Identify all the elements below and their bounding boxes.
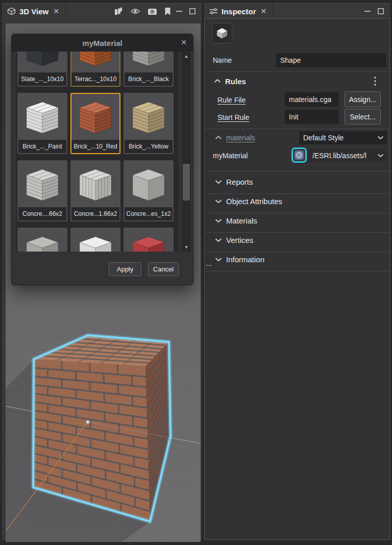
shape-cube-icon <box>215 27 229 40</box>
dialog-close-icon[interactable]: ✕ <box>181 38 187 46</box>
camera-icon[interactable] <box>148 8 157 15</box>
chevron-down-icon <box>215 257 222 262</box>
tab-3d-view-close-icon[interactable]: ✕ <box>52 7 60 15</box>
swatch-cube <box>18 161 66 209</box>
swatch-cube <box>71 94 119 142</box>
chevron-up-icon[interactable] <box>215 135 222 140</box>
tab-inspector[interactable]: Inspector ✕ <box>204 4 273 19</box>
swatch-slate-10x10[interactable]: Slate_..._10x10 <box>17 52 67 87</box>
material-picker-dialog: myMaterial ✕ Slate_..._10x10 Terrac..._1… <box>11 34 193 285</box>
dialog-titlebar[interactable]: myMaterial ✕ <box>12 34 193 52</box>
swatch-cube <box>125 229 173 252</box>
tab-3d-view-title: 3D View <box>19 7 48 16</box>
swatch-brick-paint[interactable]: Brick_..._Paint <box>17 93 67 154</box>
section-header-object-attributes[interactable]: Object Attributes <box>205 194 389 209</box>
swatch-brick-black[interactable]: Brick_..._Black <box>124 52 174 87</box>
dialog-title: myMaterial <box>82 39 122 47</box>
inspector-body: Name Rules Rule File Assign... Start Rul… <box>204 18 390 540</box>
chevron-down-icon <box>215 238 222 242</box>
swatch-label: Slate_..._10x10 <box>18 72 66 86</box>
chevron-down-icon <box>377 154 384 158</box>
chevron-down-icon <box>215 199 222 204</box>
3d-view-tabbar: 3D View ✕ <box>2 3 202 19</box>
splitter-handle[interactable] <box>206 265 212 266</box>
assign-button[interactable]: Assign... <box>345 91 381 107</box>
name-label: Name <box>213 56 232 64</box>
swatch-label: Brick_...Yellow <box>125 140 173 153</box>
mymaterial-attr-label: myMaterial <box>213 152 248 160</box>
apply-button[interactable]: Apply <box>109 262 141 276</box>
style-dropdown[interactable]: Default Style <box>299 131 387 144</box>
section-header-vertices[interactable]: Vertices <box>205 233 389 248</box>
rules-section-title[interactable]: Rules <box>225 77 246 86</box>
swatch-label: Concre...es_1x2 <box>125 207 173 220</box>
swatch-label: Brick_...10_Red <box>71 140 119 153</box>
scroll-up-icon[interactable]: ▲ <box>182 53 191 60</box>
tab-inspector-close-icon[interactable]: ✕ <box>260 7 268 15</box>
swatch-cube <box>125 161 173 209</box>
sliders-icon <box>209 8 218 15</box>
section-label: Materials <box>226 216 257 225</box>
swatch-label: Brick_..._Paint <box>18 140 66 153</box>
swatch-stucco-white[interactable] <box>70 228 120 252</box>
start-rule-input[interactable] <box>285 110 339 124</box>
eye-icon[interactable] <box>130 8 140 15</box>
section-label: Object Attributes <box>226 197 282 206</box>
select-button[interactable]: Select... <box>345 109 381 125</box>
scrollbar-thumb[interactable] <box>183 164 190 201</box>
swatch-label: Brick_..._Black <box>125 72 173 86</box>
maximize-icon[interactable] <box>189 8 195 14</box>
section-header-information[interactable]: Information <box>205 252 389 267</box>
style-dropdown-value: Default Style <box>303 134 344 142</box>
name-input[interactable] <box>276 53 386 67</box>
start-rule-link[interactable]: Start Rule <box>217 113 249 121</box>
section-label: Information <box>226 255 264 264</box>
scroll-down-icon[interactable]: ▼ <box>182 243 191 251</box>
section-label: Reports <box>226 178 253 186</box>
swatch-concrete-66x2[interactable]: Concre....66x2 <box>17 160 67 221</box>
minimize-icon[interactable] <box>364 8 371 14</box>
views-icon[interactable] <box>114 7 123 16</box>
swatch-cube <box>125 52 173 75</box>
shape-type-button[interactable] <box>212 23 232 43</box>
materials-group-link[interactable]: materials <box>226 134 255 142</box>
section-header-materials[interactable]: Materials <box>205 213 389 229</box>
kebab-menu-icon[interactable] <box>374 76 377 86</box>
swatch-cube <box>125 94 173 142</box>
swatch-cube <box>18 94 66 142</box>
swatch-cube <box>71 161 119 209</box>
swatch-cube <box>71 52 119 75</box>
inspector-tabbar: Inspector ✕ <box>204 3 390 19</box>
swatch-terracotta-10x10[interactable]: Terrac..._10x10 <box>70 52 120 87</box>
asset-path-dropdown[interactable]: /ESRI.lib/assets/l <box>308 149 387 162</box>
swatch-brick-yellow[interactable]: Brick_...Yellow <box>124 93 174 154</box>
textured-asset-icon <box>294 150 304 160</box>
bookmark-icon[interactable] <box>164 7 171 16</box>
rule-file-input[interactable] <box>285 92 339 107</box>
mymaterial-asset-button[interactable] <box>291 147 307 163</box>
chevron-down-icon <box>377 136 384 140</box>
swatch-label: Concre...1.66x2 <box>71 207 119 220</box>
maximize-icon[interactable] <box>378 8 384 14</box>
swatch-concrete-1-66x2[interactable]: Concre...1.66x2 <box>70 160 120 221</box>
cancel-button[interactable]: Cancel <box>148 262 179 276</box>
swatch-cube <box>71 229 119 252</box>
rule-file-link[interactable]: Rule File <box>217 96 246 104</box>
section-label: Vertices <box>226 236 253 244</box>
swatch-stucco-red[interactable] <box>124 228 174 252</box>
dialog-scrollbar[interactable]: ▲ ▼ <box>182 52 191 252</box>
swatch-list: Slate_..._10x10 Terrac..._10x10 Brick_..… <box>16 52 179 252</box>
swatch-concrete-plain[interactable] <box>17 228 67 252</box>
chevron-up-icon[interactable] <box>214 79 221 83</box>
inspector-window: Inspector ✕ Name Rules Rule File <box>204 3 390 540</box>
tab-3d-view[interactable]: 3D View ✕ <box>2 4 66 19</box>
minimize-icon[interactable] <box>176 8 182 14</box>
swatch-concrete-tiles-1x2[interactable]: Concre...es_1x2 <box>124 160 174 221</box>
section-header-reports[interactable]: Reports <box>205 175 389 190</box>
swatch-label: Concre....66x2 <box>18 207 66 220</box>
chevron-down-icon <box>215 218 222 223</box>
swatch-label: Terrac..._10x10 <box>71 72 119 86</box>
swatch-cube <box>18 52 66 75</box>
swatch-brick-red-selected[interactable]: Brick_...10_Red <box>70 93 120 154</box>
swatch-cube <box>18 229 66 252</box>
